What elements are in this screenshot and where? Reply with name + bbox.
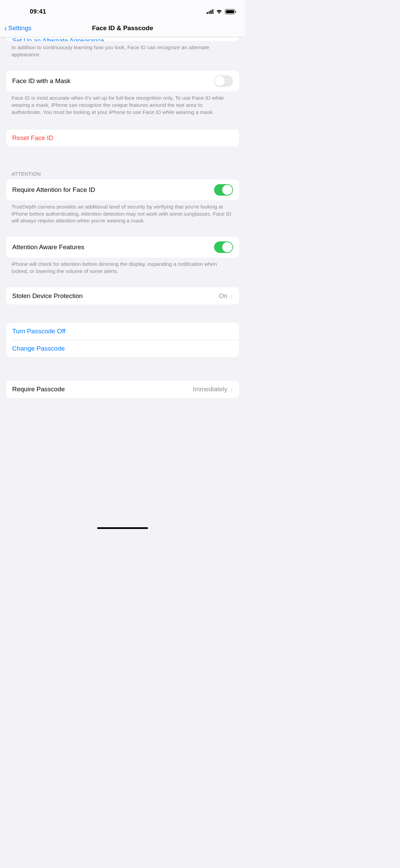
page-title: Face ID & Passcode [92, 24, 153, 32]
back-label: Settings [8, 24, 31, 32]
back-button[interactable]: ‹ Settings [4, 23, 31, 33]
face-id-mask-row[interactable]: Face ID with a Mask [6, 71, 239, 92]
require-passcode-value: Immediately [193, 386, 227, 393]
alternate-appearance-footer: In addition to continuously learning how… [0, 41, 245, 58]
face-id-mask-label: Face ID with a Mask [12, 77, 70, 85]
navigation-bar: ‹ Settings Face ID & Passcode [0, 20, 245, 37]
turn-passcode-off-row[interactable]: Turn Passcode Off [6, 323, 239, 340]
require-passcode-group: Require Passcode Immediately › [6, 381, 239, 398]
require-passcode-label: Require Passcode [12, 386, 65, 393]
chevron-right-icon: › [231, 292, 233, 300]
home-indicator[interactable] [97, 527, 148, 529]
reset-face-id-row[interactable]: Reset Face ID [6, 130, 239, 146]
attention-aware-row[interactable]: Attention Aware Features [6, 237, 239, 258]
face-id-mask-group: Face ID with a Mask [6, 71, 239, 92]
status-bar: 09:41 [0, 0, 245, 20]
require-attention-toggle[interactable] [214, 184, 233, 196]
cellular-icon [207, 9, 213, 14]
stolen-device-label: Stolen Device Protection [12, 292, 83, 300]
alternate-appearance-group: Set Up an Alternate Appearance [6, 37, 239, 41]
change-passcode-row[interactable]: Change Passcode [6, 340, 239, 357]
require-attention-footer: TrueDepth camera provides an additional … [0, 200, 245, 225]
status-time: 09:41 [30, 8, 46, 15]
content-scroll[interactable]: Set Up an Alternate Appearance In additi… [0, 37, 245, 398]
reset-face-id-label: Reset Face ID [12, 134, 53, 142]
battery-icon [225, 9, 235, 14]
require-attention-group: Require Attention for Face ID [6, 179, 239, 200]
attention-aware-footer: iPhone will check for attention before d… [0, 258, 245, 275]
require-passcode-row[interactable]: Require Passcode Immediately › [6, 381, 239, 398]
passcode-actions-group: Turn Passcode Off Change Passcode [6, 323, 239, 357]
change-passcode-label: Change Passcode [12, 345, 65, 352]
reset-face-id-group: Reset Face ID [6, 130, 239, 146]
require-attention-label: Require Attention for Face ID [12, 186, 95, 194]
stolen-device-value: On [219, 292, 227, 300]
chevron-left-icon: ‹ [4, 23, 7, 33]
status-icons [207, 9, 235, 14]
stolen-device-group: Stolen Device Protection On › [6, 287, 239, 304]
attention-aware-toggle[interactable] [214, 241, 233, 253]
turn-passcode-off-label: Turn Passcode Off [12, 328, 65, 335]
chevron-right-icon: › [231, 386, 233, 393]
face-id-mask-footer: Face ID is most accurate when it's set u… [0, 92, 245, 116]
stolen-device-row[interactable]: Stolen Device Protection On › [6, 287, 239, 304]
attention-section-header: ATTENTION [0, 171, 245, 179]
attention-aware-label: Attention Aware Features [12, 243, 84, 251]
attention-aware-group: Attention Aware Features [6, 237, 239, 258]
wifi-icon [216, 9, 223, 14]
require-attention-row[interactable]: Require Attention for Face ID [6, 179, 239, 200]
setup-alternate-appearance-row[interactable]: Set Up an Alternate Appearance [6, 37, 239, 41]
face-id-mask-toggle[interactable] [214, 75, 233, 87]
